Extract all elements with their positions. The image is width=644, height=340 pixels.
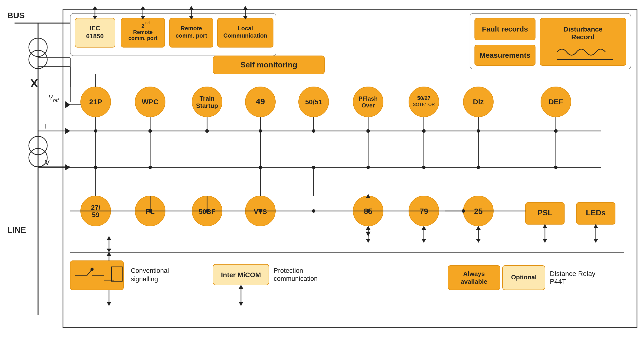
svg-rect-185 [213,264,269,285]
svg-text:Startup: Startup [196,102,218,109]
svg-rect-151 [576,203,615,224]
svg-text:50/51: 50/51 [305,98,322,106]
svg-marker-38 [92,6,97,10]
svg-point-79 [259,129,262,133]
svg-text:Always: Always [463,270,485,277]
svg-text:Measurements: Measurements [480,51,530,59]
svg-point-82 [299,87,329,117]
svg-text:50/27: 50/27 [417,95,430,101]
svg-text:IEC: IEC [90,25,100,32]
svg-text:PFlash: PFlash [359,95,378,102]
svg-point-205 [422,129,426,133]
svg-text:Dlz: Dlz [473,98,484,106]
svg-marker-182 [106,252,112,256]
svg-rect-22 [75,18,115,47]
svg-marker-169 [106,249,112,252]
svg-point-4 [29,50,47,69]
svg-text:50BF: 50BF [199,208,215,215]
svg-point-120 [245,196,276,226]
svg-point-159 [206,209,209,213]
svg-text:PSL: PSL [538,208,552,217]
svg-text:49: 49 [256,97,265,106]
svg-point-70 [148,166,152,169]
svg-marker-150 [542,239,547,243]
svg-marker-138 [422,239,426,243]
svg-point-106 [541,87,571,117]
svg-point-59 [81,87,111,117]
svg-text:79: 79 [420,207,428,216]
svg-rect-170 [70,261,124,290]
svg-text:Protection: Protection [274,267,303,274]
svg-marker-133 [366,239,370,243]
svg-text:VTS: VTS [254,208,267,215]
svg-text:communication: communication [274,275,318,282]
svg-marker-184 [106,302,112,305]
svg-point-134 [409,196,439,226]
svg-text:59: 59 [92,211,99,219]
svg-text:Remote: Remote [181,25,202,32]
svg-text:Distance Relay: Distance Relay [550,270,595,277]
svg-text:Vref: Vref [48,93,59,103]
svg-point-207 [366,129,370,133]
svg-marker-190 [238,285,244,289]
svg-point-71 [192,87,222,117]
svg-marker-145 [476,239,481,243]
svg-point-212 [148,129,152,133]
svg-point-209 [312,129,315,133]
svg-text:2: 2 [142,23,144,29]
svg-point-118 [192,196,222,226]
svg-text:signalling: signalling [131,275,158,283]
svg-point-215 [148,166,152,169]
svg-text:Communication: Communication [223,32,267,39]
svg-text:Self monitoring: Self monitoring [240,60,298,69]
svg-point-211 [206,129,209,133]
svg-point-86 [353,87,383,117]
svg-text:V: V [45,158,50,166]
svg-point-75 [206,129,209,133]
svg-marker-10 [66,101,70,108]
svg-point-204 [477,166,480,169]
svg-point-3 [29,38,47,57]
svg-marker-137 [422,226,426,230]
svg-point-92 [366,166,370,169]
svg-point-203 [477,129,480,133]
svg-rect-57 [213,56,324,74]
svg-rect-53 [540,18,626,66]
svg-point-213 [94,129,97,133]
svg-point-161 [312,209,315,213]
svg-point-158 [148,209,152,213]
svg-point-93 [409,87,439,117]
svg-point-208 [366,166,370,169]
svg-text:SOTF/TOR: SOTF/TOR [413,102,435,107]
svg-marker-37 [92,16,97,19]
svg-point-100 [463,87,493,117]
svg-point-6 [29,136,47,155]
svg-text:Over: Over [362,102,375,109]
svg-marker-127 [366,232,370,236]
svg-text:Optional: Optional [511,274,536,281]
svg-text:comm. port: comm. port [176,32,207,39]
svg-point-111 [554,166,558,169]
svg-marker-13 [66,128,70,134]
svg-text:21P: 21P [89,98,102,106]
main-container: BUS LINE X I [0,0,644,340]
svg-marker-154 [594,224,598,228]
svg-point-65 [135,87,165,117]
svg-text:27/: 27/ [91,204,100,211]
svg-point-142 [462,209,465,213]
svg-point-112 [81,196,111,226]
svg-text:Remote: Remote [133,29,153,35]
svg-point-123 [259,166,262,169]
svg-point-210 [259,129,262,133]
svg-text:nd: nd [145,21,150,25]
svg-point-160 [259,209,262,213]
svg-text:LEDs: LEDs [586,208,606,217]
svg-marker-44 [189,6,194,10]
svg-text:X: X [30,77,38,90]
svg-line-172 [87,269,92,275]
svg-point-105 [477,166,480,169]
svg-point-85 [312,129,315,133]
svg-text:DEF: DEF [548,98,563,106]
svg-text:Train: Train [200,95,214,102]
svg-point-202 [554,166,558,169]
